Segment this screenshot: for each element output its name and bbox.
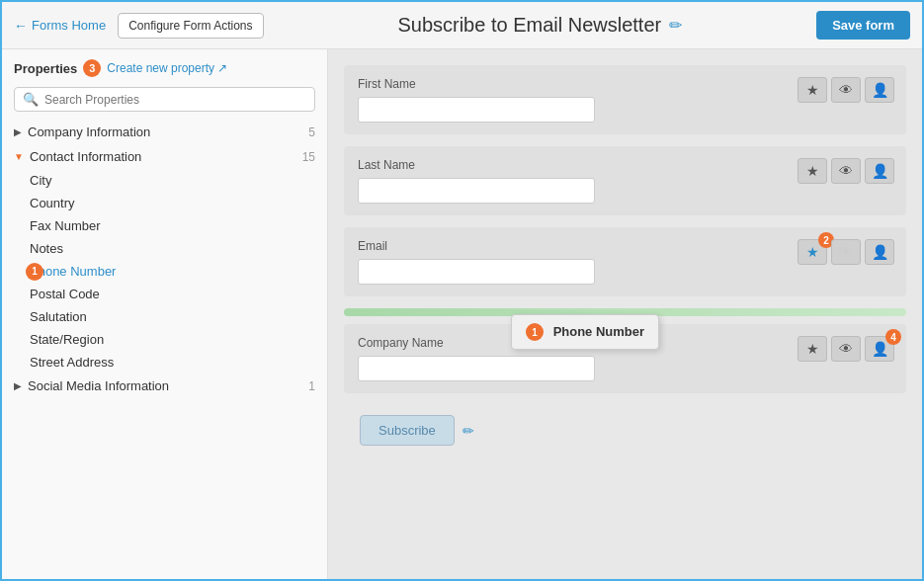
sidebar-header: Properties 3 Create new property ↗ (2, 49, 327, 83)
subscribe-button[interactable]: Subscribe (360, 415, 455, 446)
contact-info-label: Contact Information (30, 149, 141, 164)
email-user-btn[interactable]: 👤 (865, 239, 894, 265)
arrow-icon-social: ▶ (14, 380, 22, 391)
first-name-eye-btn[interactable]: 👁 (831, 77, 861, 103)
company-info-label: Company Information (28, 124, 150, 139)
back-link-label: Forms Home (32, 18, 106, 33)
last-name-user-btn[interactable]: 👤 (865, 158, 894, 184)
arrow-icon-contact: ▼ (14, 151, 24, 162)
tree-item-social[interactable]: ▶ Social Media Information 1 (2, 374, 327, 398)
last-name-star-btn[interactable]: ★ (798, 158, 827, 184)
contact-children: City Country Fax Number Notes Phone Numb… (2, 169, 327, 374)
main-layout: Properties 3 Create new property ↗ 🔍 ▶ C… (2, 49, 922, 581)
title-edit-icon[interactable]: ✏ (669, 16, 682, 35)
form-title-text: Subscribe to Email Newsletter (397, 14, 661, 37)
child-salutation[interactable]: Salutation (30, 305, 327, 328)
child-city[interactable]: City (30, 169, 327, 192)
back-arrow-icon: ← (14, 18, 28, 34)
company-badge: 4 (885, 329, 901, 345)
eye-icon: 👁 (839, 82, 853, 98)
child-postal[interactable]: Postal Code (30, 283, 327, 305)
child-notes[interactable]: Notes (30, 237, 327, 260)
external-link-icon: ↗ (217, 61, 227, 75)
back-link[interactable]: ← Forms Home (14, 18, 106, 34)
star-icon: ★ (806, 341, 819, 357)
child-street[interactable]: Street Address (30, 351, 327, 374)
child-country[interactable]: Country (30, 192, 327, 214)
first-name-user-btn[interactable]: 👤 (865, 77, 894, 103)
tree-item-contact[interactable]: ▼ Contact Information 15 (2, 144, 327, 169)
email-actions: ★ 2 👁 👤 (798, 239, 894, 265)
company-star-btn[interactable]: ★ (798, 336, 827, 362)
child-state[interactable]: State/Region (30, 328, 327, 351)
first-name-star-btn[interactable]: ★ (798, 77, 827, 103)
star-icon: ★ (806, 163, 819, 179)
eye-icon: 👁 (839, 163, 853, 179)
top-bar: ← Forms Home Configure Form Actions Subs… (2, 2, 922, 49)
company-name-actions: ★ 👁 👤 4 (798, 336, 894, 362)
company-name-field: Company Name ★ 👁 👤 4 (344, 324, 906, 393)
phone-badge: 1 (26, 263, 43, 281)
tree-item-company[interactable]: ▶ Company Information 5 (2, 120, 327, 144)
configure-button[interactable]: Configure Form Actions (118, 13, 263, 39)
eye-icon: 👁 (839, 244, 853, 260)
search-box[interactable]: 🔍 (14, 87, 315, 112)
subscribe-area: Subscribe ✏ (344, 405, 906, 456)
company-count: 5 (308, 125, 315, 139)
last-name-input[interactable] (358, 178, 595, 204)
create-new-property-link[interactable]: Create new property ↗ (107, 61, 227, 75)
drop-highlight (344, 308, 906, 316)
star-icon: ★ (806, 82, 819, 98)
sidebar-badge: 3 (83, 59, 101, 77)
company-user-btn[interactable]: 👤 4 (865, 336, 894, 362)
search-icon: 🔍 (23, 92, 39, 107)
subscribe-edit-icon[interactable]: ✏ (462, 423, 474, 439)
user-icon: 👤 (872, 82, 888, 98)
first-name-input[interactable] (358, 97, 595, 123)
email-star-btn[interactable]: ★ 2 (798, 239, 827, 265)
create-new-label: Create new property (107, 61, 214, 75)
form-title-area: Subscribe to Email Newsletter ✏ (276, 14, 805, 37)
first-name-actions: ★ 👁 👤 (798, 77, 894, 103)
child-fax[interactable]: Fax Number (30, 214, 327, 237)
child-phone[interactable]: Phone Number 1 (30, 260, 327, 283)
save-button[interactable]: Save form (816, 11, 910, 40)
contact-count: 15 (302, 150, 315, 164)
social-info-label: Social Media Information (28, 378, 169, 393)
social-count: 1 (308, 379, 315, 393)
user-icon: 👤 (872, 244, 888, 260)
company-input[interactable] (358, 356, 595, 381)
search-input[interactable] (44, 93, 306, 107)
user-icon: 👤 (872, 341, 888, 357)
email-field: Email ★ 2 👁 👤 (344, 227, 906, 296)
eye-icon: 👁 (839, 341, 853, 357)
last-name-field: Last Name ★ 👁 👤 (344, 146, 906, 215)
content-area: First Name ★ 👁 👤 Last Name ★ (328, 49, 922, 581)
first-name-field: First Name ★ 👁 👤 (344, 65, 906, 134)
star-icon: ★ (806, 244, 819, 260)
user-icon: 👤 (872, 163, 888, 179)
email-input[interactable] (358, 259, 595, 285)
last-name-actions: ★ 👁 👤 (798, 158, 894, 184)
email-eye-btn[interactable]: 👁 (831, 239, 861, 265)
arrow-icon-company: ▶ (14, 126, 22, 137)
last-name-eye-btn[interactable]: 👁 (831, 158, 861, 184)
company-eye-btn[interactable]: 👁 (831, 336, 861, 362)
sidebar-title: Properties (14, 61, 77, 76)
sidebar: Properties 3 Create new property ↗ 🔍 ▶ C… (2, 49, 328, 581)
